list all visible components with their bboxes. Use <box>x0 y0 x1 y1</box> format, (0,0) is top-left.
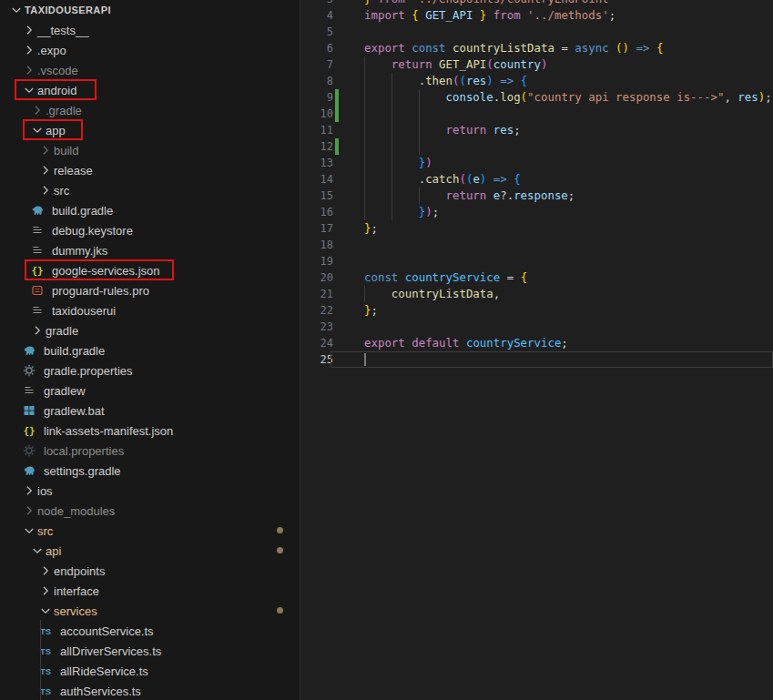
chevron-right-icon[interactable] <box>38 563 53 578</box>
tree-item-alldriverservices-ts[interactable]: TSallDriverServices.ts <box>0 641 300 661</box>
chevron-right-icon[interactable] <box>30 323 45 338</box>
tree-item-build-gradle[interactable]: build.gradle <box>0 200 300 220</box>
tree-item-label: app <box>46 124 66 137</box>
chevron-right-icon[interactable] <box>38 583 53 598</box>
tree-item-gradle-properties[interactable]: gradle.properties <box>0 360 300 380</box>
line-number-13[interactable]: 13 <box>300 155 333 171</box>
tree-item-gradle[interactable]: .gradle <box>0 100 300 120</box>
line-number-17[interactable]: 17 <box>300 220 333 237</box>
code-line-13[interactable]: }) <box>364 155 432 171</box>
code-line-8[interactable]: .then((res) => { <box>364 73 527 89</box>
tree-item-src[interactable]: src <box>0 180 300 200</box>
tree-item-label: api <box>46 544 61 558</box>
chevron-right-icon[interactable] <box>38 163 53 178</box>
tree-item-local-properties[interactable]: local.properties <box>0 441 300 461</box>
code-line-4[interactable]: import { GET_API } from '../methods'; <box>364 7 615 24</box>
tree-item-build-gradle[interactable]: build.gradle <box>0 340 300 360</box>
tree-item-node-modules[interactable]: node_modules <box>0 501 300 521</box>
chevron-right-icon[interactable] <box>38 143 53 157</box>
code-line-14[interactable]: .catch((e) => { <box>364 171 521 188</box>
tree-item-authservices-ts[interactable]: TSauthServices.ts <box>0 681 300 700</box>
tree-item-gradle[interactable]: gradle <box>0 320 300 340</box>
list-icon <box>30 303 45 318</box>
chevron-down-icon[interactable] <box>38 604 53 618</box>
tree-item-vscode[interactable]: .vscode <box>0 60 300 80</box>
line-number-11[interactable]: 11 <box>300 122 333 138</box>
tree-item-label: src <box>54 184 69 198</box>
tree-item-taxidouserui[interactable]: taxidouserui <box>0 300 300 320</box>
line-number-4[interactable]: 4 <box>300 7 333 24</box>
code-line-11[interactable]: return res; <box>364 122 521 138</box>
line-number-22[interactable]: 22 <box>300 302 333 319</box>
chevron-right-icon[interactable] <box>22 23 36 37</box>
tree-item-label: build <box>54 144 78 157</box>
tree-item-expo[interactable]: .expo <box>0 40 300 60</box>
line-number-21[interactable]: 21 <box>300 286 333 302</box>
code-line-7[interactable]: return GET_API(country) <box>364 56 547 73</box>
line-number-14[interactable]: 14 <box>300 171 333 188</box>
tree-item-endpoints[interactable]: endpoints <box>0 561 300 581</box>
tree-item-proguard-rules-pro[interactable]: proguard-rules.pro <box>0 280 300 300</box>
line-number-20[interactable]: 20 <box>300 269 333 286</box>
tree-item-app[interactable]: app <box>0 120 300 140</box>
tree-item-api[interactable]: api <box>0 541 300 561</box>
line-number-16[interactable]: 16 <box>300 204 333 220</box>
tree-item-android[interactable]: android <box>0 80 300 100</box>
line-number-6[interactable]: 6 <box>300 40 333 56</box>
chevron-right-icon[interactable] <box>30 103 45 117</box>
chevron-right-icon[interactable] <box>22 43 36 57</box>
code-line-21[interactable]: countryListData, <box>364 286 500 302</box>
tree-item-debug-keystore[interactable]: debug.keystore <box>0 220 300 240</box>
chevron-down-icon[interactable] <box>30 123 45 137</box>
line-number-10[interactable]: 10 <box>300 106 333 122</box>
tree-item-tests[interactable]: __tests__ <box>0 20 300 40</box>
chevron-right-icon[interactable] <box>38 183 53 198</box>
code-line-9[interactable]: console.log("country api response is--->… <box>364 89 772 106</box>
line-number-23[interactable]: 23 <box>300 319 333 335</box>
tree-item-gradlew-bat[interactable]: gradlew.bat <box>0 401 300 421</box>
line-number-15[interactable]: 15 <box>300 188 333 204</box>
tree-item-settings-gradle[interactable]: settings.gradle <box>0 461 300 481</box>
tree-item-allrideservice-ts[interactable]: TSallRideService.ts <box>0 661 300 681</box>
tree-item-release[interactable]: release <box>0 160 300 180</box>
code-line-15[interactable]: return e?.response; <box>364 188 575 204</box>
line-number-12[interactable]: 12 <box>300 138 333 155</box>
tree-item-taxidouserapi[interactable]: TAXIDOUSERAPI <box>0 0 300 20</box>
chevron-down-icon[interactable] <box>30 543 45 558</box>
tree-item-services[interactable]: services <box>0 601 300 621</box>
line-number-18[interactable]: 18 <box>300 237 333 253</box>
line-number-9[interactable]: 9 <box>300 89 333 106</box>
tree-item-google-services-json[interactable]: {}google-services.json <box>0 260 300 280</box>
tree-item-accountservice-ts[interactable]: TSaccountService.ts <box>0 621 300 641</box>
line-number-8[interactable]: 8 <box>300 73 333 89</box>
chevron-down-icon[interactable] <box>22 83 36 97</box>
code-line-22[interactable]: }; <box>364 302 378 319</box>
line-number-25[interactable]: 25 <box>300 351 333 368</box>
line-number-7[interactable]: 7 <box>300 56 333 73</box>
code-line-16[interactable]: }); <box>364 204 439 220</box>
line-number-5[interactable]: 5 <box>300 24 333 40</box>
tree-item-src[interactable]: src <box>0 521 300 541</box>
tree-item-interface[interactable]: interface <box>0 581 300 601</box>
tree-item-ios[interactable]: ios <box>0 481 300 501</box>
windows-icon <box>22 403 36 418</box>
code-line-3[interactable]: } from '../endpoints/countryEndPoint' <box>364 0 615 7</box>
chevron-right-icon[interactable] <box>22 483 36 498</box>
line-number-24[interactable]: 24 <box>300 335 333 351</box>
code-line-17[interactable]: }; <box>364 220 378 237</box>
chevron-right-icon[interactable] <box>22 63 36 77</box>
tree-item-gradlew[interactable]: gradlew <box>0 380 300 401</box>
tree-item-label: accountService.ts <box>60 624 154 638</box>
proguard-icon <box>30 283 45 298</box>
chevron-down-icon[interactable] <box>22 523 36 538</box>
code-line-6[interactable]: export const countryListData = async () … <box>364 40 663 56</box>
chevron-down-icon[interactable] <box>9 3 24 17</box>
tree-item-dummy-jks[interactable]: dummy.jks <box>0 240 300 260</box>
tree-item-build[interactable]: build <box>0 140 300 160</box>
code-line-24[interactable]: export default countryService; <box>364 335 568 351</box>
code-line-20[interactable]: const countryService = { <box>364 269 527 286</box>
line-number-3[interactable]: 3 <box>300 0 333 7</box>
chevron-right-icon[interactable] <box>22 503 36 518</box>
line-number-19[interactable]: 19 <box>300 253 333 269</box>
tree-item-link-assets-manifest-json[interactable]: {}link-assets-manifest.json <box>0 421 300 441</box>
